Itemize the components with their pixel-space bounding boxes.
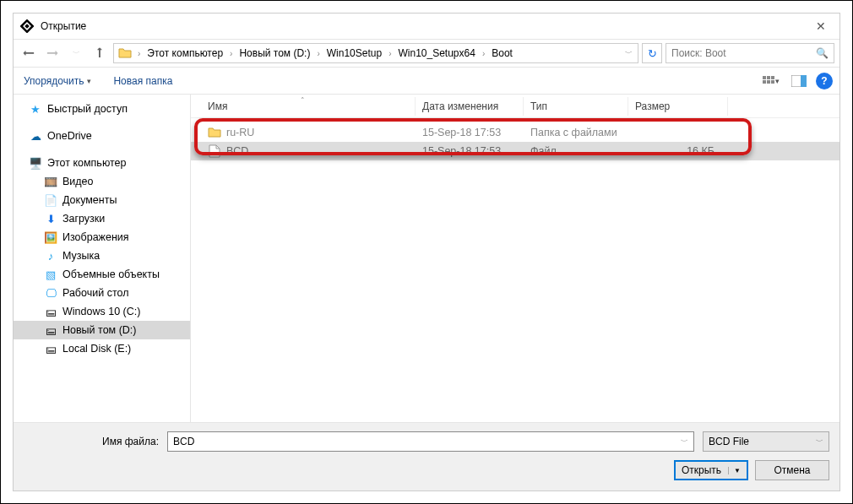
- search-input[interactable]: Поиск: Boot 🔍: [666, 43, 834, 63]
- svg-rect-8: [771, 80, 774, 84]
- title-bar: Открытие ✕: [14, 14, 839, 39]
- videos-node[interactable]: 🎞️ Видео: [14, 172, 190, 191]
- svg-rect-6: [763, 80, 766, 84]
- cancel-button[interactable]: Отмена: [755, 460, 829, 480]
- chevron-down-icon: ﹀: [681, 436, 688, 447]
- search-placeholder: Поиск: Boot: [671, 47, 726, 59]
- file-icon: [208, 144, 221, 158]
- chevron-down-icon: ▾: [87, 77, 91, 85]
- onedrive-node[interactable]: ☁ OneDrive: [14, 127, 190, 145]
- picture-icon: 🖼️: [44, 230, 57, 244]
- navigation-tree: ★ Быстрый доступ ☁ OneDrive 🖥️ Этот комп…: [14, 95, 191, 422]
- toolbar: Упорядочить ▾ Новая папка ▾ ?: [14, 68, 839, 95]
- pictures-node[interactable]: 🖼️ Изображения: [14, 228, 190, 247]
- forward-button[interactable]: 🠖: [42, 43, 62, 63]
- music-node[interactable]: ♪ Музыка: [14, 247, 190, 265]
- chevron-down-icon: ﹀: [816, 436, 823, 447]
- chevron-down-icon: ▾: [775, 77, 780, 85]
- folder-row[interactable]: ru-RU 15-Sep-18 17:53 Папка с файлами: [191, 123, 839, 142]
- drive-c-node[interactable]: 🖴 Windows 10 (C:): [14, 302, 190, 321]
- up-button[interactable]: 🠕: [90, 43, 110, 63]
- drive-icon: 🖴: [44, 323, 57, 337]
- this-pc-node[interactable]: 🖥️ Этот компьютер: [14, 154, 190, 172]
- chevron-right-icon[interactable]: ›: [136, 49, 142, 58]
- breadcrumb-segment[interactable]: Новый том (D:): [234, 46, 315, 61]
- folder-icon: [208, 126, 221, 139]
- filename-label: Имя файла:: [24, 436, 159, 447]
- cube-icon: ▧: [44, 268, 57, 281]
- column-size[interactable]: Размер: [628, 97, 728, 116]
- organize-button[interactable]: Упорядочить ▾: [20, 73, 95, 89]
- svg-rect-7: [767, 80, 770, 84]
- pc-icon: 🖥️: [29, 156, 42, 170]
- chevron-right-icon[interactable]: ›: [228, 49, 234, 58]
- 3d-objects-node[interactable]: ▧ Объемные объекты: [14, 265, 190, 284]
- split-dropdown-icon[interactable]: ▼: [728, 467, 741, 474]
- drive-d-node[interactable]: 🖴 Новый том (D:): [14, 321, 190, 339]
- documents-node[interactable]: 📄 Документы: [14, 191, 190, 209]
- folder-icon: [117, 46, 133, 61]
- filename-input[interactable]: BCD ﹀: [167, 431, 694, 452]
- sort-indicator-icon: ˄: [301, 96, 305, 105]
- breadcrumb-segment[interactable]: Этот компьютер: [142, 46, 228, 61]
- quick-access-node[interactable]: ★ Быстрый доступ: [14, 100, 190, 118]
- refresh-button[interactable]: ↻: [642, 43, 662, 63]
- address-bar[interactable]: › Этот компьютер › Новый том (D:) › Win1…: [113, 43, 638, 63]
- drive-icon: 🖴: [44, 305, 57, 318]
- column-type[interactable]: Тип: [524, 97, 628, 116]
- dialog-footer: Имя файла: BCD ﹀ BCD File ﹀ Открыть ▼ От…: [14, 422, 839, 490]
- column-name[interactable]: Имя ˄: [201, 97, 416, 116]
- cloud-icon: ☁: [29, 129, 42, 143]
- svg-rect-3: [763, 76, 766, 79]
- download-icon: ⬇: [44, 212, 57, 225]
- window-title: Открытие: [41, 20, 86, 32]
- filetype-select[interactable]: BCD File ﹀: [703, 431, 829, 452]
- chevron-right-icon[interactable]: ›: [315, 49, 321, 58]
- column-date[interactable]: Дата изменения: [416, 97, 524, 116]
- file-row[interactable]: BCD 15-Sep-18 17:53 Файл 16 КБ: [191, 142, 839, 160]
- open-button[interactable]: Открыть ▼: [674, 460, 748, 480]
- preview-pane-button[interactable]: [787, 72, 811, 90]
- chevron-right-icon[interactable]: ›: [481, 49, 486, 58]
- breadcrumb-segment[interactable]: Boot: [486, 46, 518, 61]
- recent-dropdown[interactable]: ﹀: [66, 43, 86, 63]
- file-list-pane: Имя ˄ Дата изменения Тип Размер ru-RU: [191, 95, 839, 422]
- desktop-icon: 🖵: [44, 286, 57, 300]
- column-headers: Имя ˄ Дата изменения Тип Размер: [191, 95, 839, 118]
- view-mode-button[interactable]: ▾: [758, 72, 782, 90]
- search-icon: 🔍: [816, 47, 829, 59]
- svg-rect-4: [767, 76, 770, 79]
- back-button[interactable]: 🠔: [19, 43, 39, 63]
- breadcrumb-segment[interactable]: Win10_Setupx64: [393, 46, 480, 61]
- address-dropdown[interactable]: ﹀: [625, 48, 633, 59]
- desktop-node[interactable]: 🖵 Рабочий стол: [14, 284, 190, 302]
- document-icon: 📄: [44, 193, 57, 207]
- close-button[interactable]: ✕: [809, 16, 833, 36]
- downloads-node[interactable]: ⬇ Загрузки: [14, 209, 190, 228]
- navigation-bar: 🠔 🠖 ﹀ 🠕 › Этот компьютер › Новый том (D:…: [14, 39, 839, 68]
- drive-e-node[interactable]: 🖴 Local Disk (E:): [14, 339, 190, 358]
- music-icon: ♪: [44, 249, 57, 263]
- breadcrumb-segment[interactable]: Win10Setup: [322, 46, 387, 61]
- new-folder-button[interactable]: Новая папка: [110, 73, 176, 89]
- svg-rect-10: [801, 75, 807, 87]
- svg-rect-5: [771, 76, 774, 79]
- video-icon: 🎞️: [44, 175, 57, 188]
- help-button[interactable]: ?: [816, 73, 833, 89]
- drive-icon: 🖴: [44, 342, 57, 355]
- star-icon: ★: [29, 102, 42, 116]
- chevron-right-icon[interactable]: ›: [387, 49, 393, 58]
- app-icon: [20, 19, 34, 33]
